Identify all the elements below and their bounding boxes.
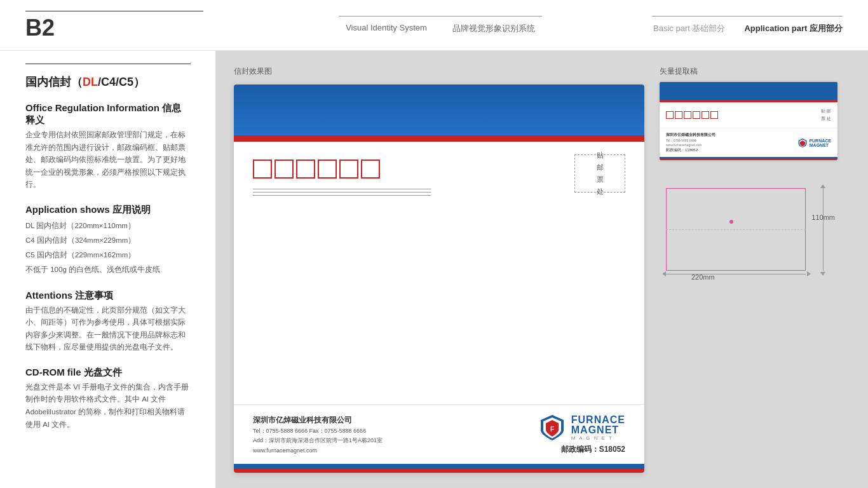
thumb-company-name: 深圳市亿焯磁业科技有限公司 bbox=[666, 132, 715, 138]
sidebar-title-section: 国内信封（DL/C4/C5） bbox=[25, 74, 190, 90]
thumb-top-blue bbox=[660, 82, 837, 100]
thumb-company-small-2: www.furnacemagnet.com bbox=[666, 143, 715, 147]
app-item-c4: C4 国内信封（324mm×229mm） bbox=[25, 233, 190, 248]
attentions-heading: Attentions 注意事项 bbox=[25, 290, 190, 302]
sidebar-cdrom-section: CD-ROM file 光盘文件 光盘文件是本 VI 手册电子文件的集合，内含手… bbox=[25, 367, 190, 431]
postal-box-1 bbox=[253, 159, 272, 179]
envelope-right-area: 贴 邮 票 处 bbox=[511, 154, 625, 391]
dim-arrow-up bbox=[820, 184, 825, 188]
application-part-label: Application part 应用部分 bbox=[744, 23, 843, 34]
dimension-width-label: 220mm bbox=[691, 273, 715, 281]
page-title: 国内信封（DL/C4/C5） bbox=[25, 74, 190, 90]
dimension-height-label: 110mm bbox=[811, 214, 835, 221]
right-panel: 矢量提取稿 贴 邮 bbox=[660, 66, 850, 473]
logo-brand-line1: FURNACE bbox=[571, 415, 625, 425]
thumbnail-box: 贴 邮 票 处 深圳市亿焯磁业科技有限公司 Tel：0755-5888 6666… bbox=[660, 82, 837, 160]
thumbnail-label: 矢量提取稿 bbox=[660, 66, 850, 77]
envelope-bottom-stripes bbox=[234, 464, 644, 473]
thumb-postal-boxes bbox=[666, 111, 718, 119]
postal-box-4 bbox=[318, 159, 337, 179]
app-item-c5: C5 国内信封（229mm×162mm） bbox=[25, 248, 190, 262]
header-cn-label: 品牌视觉形象识别系统 bbox=[452, 23, 535, 34]
regulation-heading: Office Regulation Information 信息释义 bbox=[25, 102, 190, 126]
svg-text:F: F bbox=[550, 426, 554, 433]
sidebar: 国内信封（DL/C4/C5） Office Regulation Informa… bbox=[0, 51, 216, 488]
sidebar-regulation-section: Office Regulation Information 信息释义 企业专用信… bbox=[25, 102, 190, 191]
stamp-text-2: 邮 bbox=[597, 163, 604, 172]
header: B2 Visual Identity System 品牌视觉形象识别系统 Bas… bbox=[0, 0, 868, 51]
thumb-box-1 bbox=[666, 111, 674, 119]
thumb-logo-brand2: MAGNET bbox=[810, 143, 831, 147]
thumb-box-6 bbox=[710, 111, 718, 119]
content-area: 信封效果图 bbox=[216, 51, 868, 488]
thumbnail-section: 矢量提取稿 贴 邮 bbox=[660, 66, 850, 160]
thumb-postal-code: 邮政编码：118052 bbox=[666, 147, 715, 153]
header-vi-label: Visual Identity System bbox=[346, 23, 427, 34]
thumb-logo-brand1: FURNACE bbox=[810, 139, 831, 143]
thumb-logo-small: FURNACE MAGNET bbox=[797, 138, 831, 148]
header-center-divider bbox=[339, 16, 542, 17]
thumb-stamp-t2: 票 处 bbox=[821, 116, 831, 122]
dim-arrow-down bbox=[820, 272, 825, 276]
envelope-section-label: 信封效果图 bbox=[234, 66, 644, 77]
logo-shield-icon: F bbox=[538, 414, 566, 442]
dim-dashed-h bbox=[666, 229, 806, 230]
company-name: 深圳市亿焯磁业科技有限公司 bbox=[253, 415, 383, 426]
postal-code-boxes bbox=[253, 159, 498, 179]
envelope-red-stripe bbox=[234, 135, 644, 142]
sidebar-top-line bbox=[25, 64, 191, 64]
furnace-magnet-logo: F FURNACE MAGNET M A G N E T bbox=[538, 414, 625, 442]
dim-v-line bbox=[823, 188, 824, 271]
dim-arrow-left bbox=[662, 271, 666, 276]
heading-prefix: 国内信封（ bbox=[25, 76, 83, 88]
attentions-text: 由于信息的不确定性，此页部分规范（如文字大小、间距等）可作为参考使用，具体可根据… bbox=[25, 304, 190, 354]
regulation-text: 企业专用信封依照国家邮政管理部门规定，在标准允许的范围内进行设计，邮政编码框、贴… bbox=[25, 129, 190, 191]
envelope-container: 贴 邮 票 处 深圳市亿焯磁业科技有限公司 Tel：0755-5888 6666… bbox=[234, 85, 644, 473]
envelope-section: 信封效果图 bbox=[234, 66, 644, 473]
stamp-text-1: 贴 bbox=[597, 151, 604, 160]
logo-brand-line2: MAGNET bbox=[571, 425, 625, 435]
envelope-top-blue-band bbox=[234, 85, 644, 135]
company-address: Add：深圳市前海深港合作区前湾一路1号A栋201室 bbox=[253, 437, 383, 445]
logo-text: FURNACE MAGNET M A G N E T bbox=[571, 415, 625, 441]
heading-suffix: /C4/C5） bbox=[98, 76, 145, 88]
stamp-box: 贴 邮 票 处 bbox=[574, 154, 625, 193]
thumb-box-2 bbox=[675, 111, 682, 119]
main-content: 国内信封（DL/C4/C5） Office Regulation Informa… bbox=[0, 51, 868, 488]
header-right: Basic part 基础部分 Application part 应用部分 bbox=[639, 16, 843, 34]
header-right-labels: Basic part 基础部分 Application part 应用部分 bbox=[653, 23, 843, 34]
app-item-dl: DL 国内信封（220mm×110mm） bbox=[25, 219, 190, 233]
thumb-middle: 贴 邮 票 处 bbox=[660, 102, 837, 128]
address-line-3 bbox=[253, 195, 431, 196]
stamp-text-3: 票 bbox=[597, 175, 604, 184]
sidebar-attentions-section: Attentions 注意事项 由于信息的不确定性，此页部分规范（如文字大小、间… bbox=[25, 290, 190, 354]
envelope-logo-area: F FURNACE MAGNET M A G N E T 邮政编码：S18052 bbox=[538, 414, 625, 455]
postal-box-5 bbox=[339, 159, 358, 179]
app-item-paper: 不低于 100g 的白色纸、浅色纸或牛皮纸 bbox=[25, 262, 190, 277]
dim-h-line bbox=[666, 274, 806, 274]
thumb-box-3 bbox=[684, 111, 691, 119]
thumb-company-text: 深圳市亿焯磁业科技有限公司 Tel：0755-5888 6666 www.fur… bbox=[666, 132, 715, 153]
logo-sub: M A G N E T bbox=[571, 435, 625, 441]
envelope-middle: 贴 邮 票 处 bbox=[234, 142, 644, 404]
thumb-logo-shield bbox=[797, 138, 808, 148]
dimension-center-dot bbox=[729, 220, 733, 224]
dim-arrow-right bbox=[807, 271, 811, 276]
header-right-divider bbox=[652, 16, 843, 17]
postal-code-label: 邮政编码：S18052 bbox=[561, 444, 625, 455]
cdrom-text: 光盘文件是本 VI 手册电子文件的集合，内含手册制作时的专用软件格式文件。其中 … bbox=[25, 381, 190, 431]
thumb-box-5 bbox=[702, 111, 709, 119]
application-heading: Application shows 应用说明 bbox=[25, 204, 190, 216]
header-center: Visual Identity System 品牌视觉形象识别系统 bbox=[241, 16, 639, 34]
thumb-box-4 bbox=[693, 111, 700, 119]
envelope-left-area bbox=[253, 154, 498, 391]
dimension-section: 110mm 220mm bbox=[660, 175, 850, 283]
thumb-stamp-area: 贴 邮 票 处 bbox=[821, 108, 831, 122]
sidebar-application-section: Application shows 应用说明 DL 国内信封（220mm×110… bbox=[25, 204, 190, 277]
header-left: B2 bbox=[25, 11, 241, 39]
postal-box-6 bbox=[361, 159, 380, 179]
page-code: B2 bbox=[25, 17, 241, 39]
thumb-bottom-stripes bbox=[660, 157, 837, 160]
header-divider-line bbox=[25, 11, 203, 11]
thumb-bottom: 深圳市亿焯磁业科技有限公司 Tel：0755-5888 6666 www.fur… bbox=[660, 128, 837, 157]
